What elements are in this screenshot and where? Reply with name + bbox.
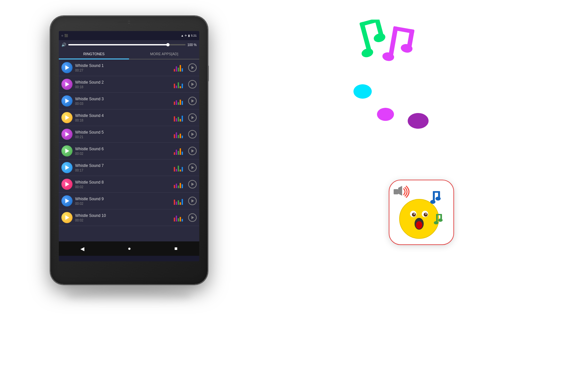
volume-track[interactable]	[68, 44, 186, 45]
waveform-icon	[174, 180, 186, 188]
waveform-icon	[174, 64, 186, 72]
sound-duration: 00:18	[75, 85, 171, 89]
tab-ringtones[interactable]: RINGTONES	[59, 49, 129, 59]
status-right-icons: ▲ ✈ ▮ 5:21	[181, 34, 197, 37]
svg-rect-29	[440, 214, 442, 219]
add-to-ringtone-button[interactable]	[188, 197, 197, 205]
square-icon: ⬛	[64, 34, 68, 37]
airplane-icon: ✈	[185, 34, 187, 37]
waveform-icon	[174, 164, 186, 172]
volume-fill	[68, 44, 168, 45]
volume-percent: 100 %	[188, 43, 197, 47]
sound-duration: 00:21	[75, 135, 171, 139]
sound-name: Whistle Sound 3	[75, 97, 171, 101]
list-item[interactable]: Whistle Sound 900:02	[59, 193, 199, 209]
volume-bar: 🔊 100 %	[59, 40, 199, 49]
magenta-note-dot	[377, 108, 394, 121]
svg-point-25	[435, 197, 441, 201]
volume-button[interactable]	[207, 65, 209, 82]
svg-rect-10	[394, 189, 398, 194]
nav-bar: ◀ ● ■	[59, 241, 199, 256]
tab-more-apps[interactable]: MORE APPS[AD]	[129, 49, 199, 59]
sound-duration: 00:27	[75, 69, 171, 72]
signal-icon: ▲	[181, 34, 184, 37]
waveform-icon	[174, 114, 186, 122]
svg-point-18	[425, 213, 427, 215]
sound-duration: 00:18	[75, 119, 171, 122]
sound-name: Whistle Sound 9	[75, 197, 171, 201]
add-to-ringtone-button[interactable]	[188, 97, 197, 105]
sound-duration: 00:03	[75, 102, 171, 106]
list-item[interactable]: Whistle Sound 300:03	[59, 93, 199, 109]
sound-duration: 00:02	[75, 202, 171, 205]
play-button[interactable]	[61, 212, 73, 223]
play-button[interactable]	[61, 179, 73, 190]
sound-name: Whistle Sound 5	[75, 130, 171, 135]
list-item[interactable]: Whistle Sound 500:21	[59, 126, 199, 143]
list-item[interactable]: Whistle Sound 600:02	[59, 143, 199, 159]
status-bar: ○ ⬛ ▲ ✈ ▮ 5:21	[59, 31, 199, 40]
svg-point-20	[416, 221, 422, 229]
nav-home-button[interactable]: ●	[128, 246, 131, 252]
add-to-ringtone-button[interactable]	[188, 113, 197, 122]
sound-name: Whistle Sound 1	[75, 63, 171, 68]
waveform-icon	[174, 97, 186, 105]
svg-point-30	[438, 219, 443, 222]
play-button[interactable]	[61, 95, 73, 106]
add-to-ringtone-button[interactable]	[188, 163, 197, 172]
add-to-ringtone-button[interactable]	[188, 130, 197, 139]
volume-icon: 🔊	[61, 42, 66, 47]
list-item[interactable]: Whistle Sound 400:18	[59, 109, 199, 126]
purple-note-dot	[408, 113, 429, 129]
app-tabs: RINGTONES MORE APPS[AD]	[59, 49, 199, 59]
svg-point-15	[412, 213, 416, 217]
list-item[interactable]: Whistle Sound 200:18	[59, 76, 199, 93]
waveform-icon	[174, 214, 186, 221]
list-item[interactable]: Whistle Sound 1000:02	[59, 209, 199, 226]
svg-point-17	[414, 213, 415, 215]
sound-duration: 00:02	[75, 152, 171, 155]
svg-point-4	[373, 32, 386, 43]
sound-name: Whistle Sound 7	[75, 163, 171, 168]
sound-name: Whistle Sound 2	[75, 80, 171, 85]
add-to-ringtone-button[interactable]	[188, 147, 197, 155]
nav-back-button[interactable]: ◀	[80, 246, 84, 252]
battery-icon: ▮	[188, 34, 190, 37]
list-item[interactable]: Whistle Sound 700:17	[59, 159, 199, 176]
nav-recent-button[interactable]: ■	[174, 246, 178, 252]
play-button[interactable]	[61, 145, 73, 156]
waveform-icon	[174, 80, 186, 88]
svg-point-22	[430, 200, 435, 204]
play-button[interactable]	[61, 62, 73, 73]
add-to-ringtone-button[interactable]	[188, 63, 197, 72]
waveform-icon	[174, 130, 186, 138]
waveform-icon	[174, 147, 186, 155]
list-item[interactable]: Whistle Sound 800:02	[59, 176, 199, 193]
status-left-icons: ○ ⬛	[61, 34, 68, 37]
sound-duration: 00:02	[75, 185, 171, 189]
play-button[interactable]	[61, 195, 73, 206]
play-button[interactable]	[61, 79, 73, 90]
cyan-note-dot	[353, 84, 372, 99]
app-icon-box[interactable]	[389, 180, 454, 245]
svg-rect-24	[438, 191, 440, 198]
volume-thumb	[166, 43, 170, 46]
add-to-ringtone-button[interactable]	[188, 80, 197, 89]
tablet-shell: ○ ⬛ ▲ ✈ ▮ 5:21 🔊 100 % RINGTONES MORE AP…	[51, 16, 207, 284]
svg-point-1	[361, 47, 374, 58]
sound-name: Whistle Sound 10	[75, 213, 171, 218]
sound-name: Whistle Sound 4	[75, 113, 171, 118]
app-icon-svg	[390, 181, 452, 243]
svg-point-27	[434, 221, 438, 224]
play-button[interactable]	[61, 112, 73, 123]
play-button[interactable]	[61, 129, 73, 140]
svg-point-16	[424, 213, 428, 217]
list-item[interactable]: Whistle Sound 100:27	[59, 59, 199, 76]
add-to-ringtone-button[interactable]	[188, 213, 197, 222]
sound-duration: 00:02	[75, 219, 171, 222]
add-to-ringtone-button[interactable]	[188, 180, 197, 188]
play-button[interactable]	[61, 162, 73, 173]
tablet-speaker	[118, 22, 140, 23]
app-icon-area	[389, 180, 461, 252]
time-display: 5:21	[191, 34, 197, 37]
